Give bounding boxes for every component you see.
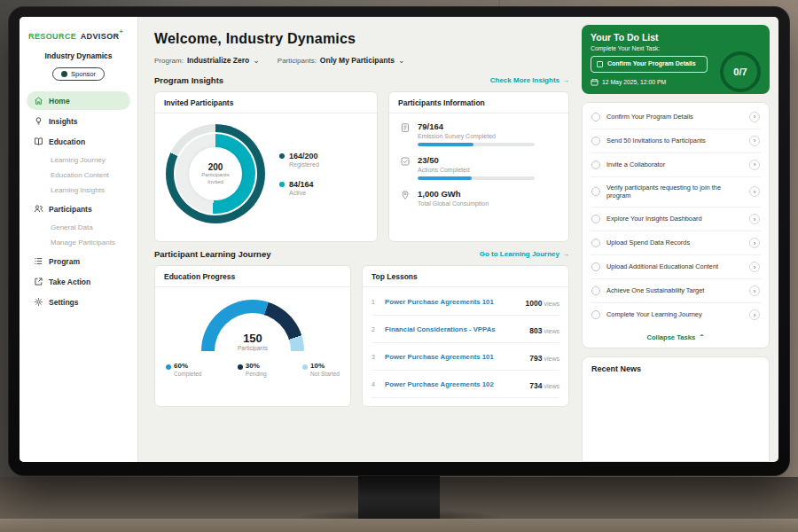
legend-item-registered: 164/200 Registered — [279, 152, 319, 168]
org-name: Industry Dynamics — [25, 51, 132, 60]
program-filter-dropdown[interactable]: Program: Industrialize Zero ⌄ — [154, 56, 260, 65]
gauge-center-label: Participants — [201, 345, 304, 351]
task-row[interactable]: Send 50 Invitations to Participants › — [591, 129, 761, 153]
task-checkbox-icon[interactable] — [591, 262, 600, 271]
education-gauge-chart: 150 Participants — [201, 300, 304, 351]
logo-text-primary: RESOURCE — [28, 32, 76, 41]
task-row[interactable]: Explore Your Insights Dashboard › — [591, 207, 761, 231]
sidebar-item-home[interactable]: Home — [27, 91, 130, 110]
chevron-right-icon[interactable]: › — [749, 214, 760, 224]
legend-label: Completed — [174, 371, 201, 377]
legend-value: 84/164 — [289, 180, 314, 189]
sidebar-item-settings[interactable]: Settings — [27, 293, 130, 311]
task-row[interactable]: Confirm Your Program Details › — [591, 106, 761, 129]
stat-label: Total Global Consumption — [418, 200, 489, 207]
go-to-learning-journey-link[interactable]: Go to Learning Journey → — [480, 250, 569, 258]
task-checkbox-icon[interactable] — [591, 310, 600, 319]
sidebar-item-general-data[interactable]: General Data — [27, 220, 130, 235]
sidebar-item-education-content[interactable]: Education Content — [27, 168, 130, 183]
link-label: Go to Learning Journey — [480, 250, 559, 258]
sponsor-badge-label: Sponsor — [71, 70, 96, 78]
sidebar-item-label: Program — [49, 257, 80, 266]
legend-item-pending: 30% Pending — [238, 362, 267, 377]
legend-dot — [166, 364, 171, 370]
donut-legend: 164/200 Registered 84/164 Active — [279, 152, 319, 196]
task-row[interactable]: Upload Spend Data Records › — [591, 231, 761, 255]
task-label: Send 50 Invitations to Participants — [606, 137, 743, 145]
lesson-title-link[interactable]: Power Purchase Agreements 101 — [385, 298, 519, 306]
task-checkbox-icon[interactable] — [591, 187, 600, 196]
main-content: Welcome, Industry Dynamics Program: Indu… — [138, 17, 582, 462]
stat-value: 1,000 GWh — [418, 189, 489, 199]
check-more-insights-link[interactable]: Check More Insights → — [490, 76, 569, 84]
chevron-right-icon[interactable]: › — [749, 309, 760, 320]
sidebar-item-participants[interactable]: Participants — [27, 200, 130, 218]
sidebar-item-take-action[interactable]: Take Action — [27, 272, 130, 291]
task-checkbox-icon[interactable] — [591, 286, 600, 295]
chevron-right-icon[interactable]: › — [749, 160, 760, 170]
lesson-views-label: views — [544, 301, 559, 307]
chevron-right-icon[interactable]: › — [749, 262, 760, 272]
recent-news-card: Recent News — [582, 356, 770, 462]
sidebar-item-manage-participants[interactable]: Manage Participants — [27, 235, 130, 250]
lesson-views: 734 — [529, 381, 542, 390]
task-row[interactable]: Invite a Collaborator › — [591, 153, 761, 177]
legend-item-active: 84/164 Active — [279, 180, 319, 196]
stat-value: 23/50 — [418, 155, 535, 165]
sidebar-item-learning-insights[interactable]: Learning Insights — [27, 183, 130, 198]
sponsor-icon — [61, 71, 67, 77]
task-label: Verify participants requesting to join t… — [606, 184, 743, 200]
task-checkbox-icon[interactable] — [591, 239, 600, 247]
task-checkbox-icon[interactable] — [591, 160, 600, 169]
collapse-label: Collapse Tasks — [646, 333, 695, 341]
sidebar-item-insights[interactable]: Insights — [27, 112, 130, 130]
lesson-row: 4 Power Purchase Agreements 102 734views — [372, 371, 559, 398]
lesson-title-link[interactable]: Power Purchase Agreements 102 — [385, 380, 522, 388]
sidebar-subitem-label: Learning Insights — [51, 186, 105, 194]
action-arrow-icon — [34, 277, 43, 286]
lesson-rank: 1 — [372, 299, 378, 305]
task-row[interactable]: Complete Your Learning Journey › — [591, 303, 761, 326]
card-title: Participants Information — [389, 92, 568, 113]
legend-item-completed: 60% Completed — [166, 362, 201, 377]
checkbox-icon[interactable] — [597, 61, 603, 67]
sponsor-badge[interactable]: Sponsor — [52, 67, 105, 81]
lesson-rank: 2 — [372, 326, 378, 332]
todo-subtitle: Complete Your Next Task: — [591, 45, 761, 51]
app-logo: RESOURCE ADVISOR+ — [20, 25, 137, 49]
sidebar-item-learning-journey[interactable]: Learning Journey — [27, 153, 130, 168]
task-checkbox-icon[interactable] — [591, 113, 600, 121]
chevron-up-icon: ⌃ — [699, 333, 704, 341]
progress-bar — [418, 143, 535, 146]
legend-value: 164/200 — [289, 152, 319, 160]
lesson-views: 793 — [529, 354, 542, 363]
chevron-right-icon[interactable]: › — [749, 286, 760, 296]
task-row[interactable]: Verify participants requesting to join t… — [591, 177, 761, 207]
task-row[interactable]: Achieve One Sustainability Target › — [591, 279, 761, 303]
chevron-right-icon[interactable]: › — [749, 136, 760, 146]
stat-actions-completed: 23/50 Actions Completed — [400, 155, 558, 180]
chevron-down-icon: ⌄ — [253, 57, 260, 65]
chevron-right-icon[interactable]: › — [749, 186, 760, 197]
lesson-title-link[interactable]: Power Purchase Agreements 101 — [385, 353, 522, 361]
task-checkbox-icon[interactable] — [591, 137, 600, 145]
progress-bar-fill — [418, 176, 472, 180]
sidebar-item-education[interactable]: Education — [27, 132, 130, 151]
participants-filter-dropdown[interactable]: Participants: Only My Participants ⌄ — [278, 56, 405, 65]
chevron-right-icon[interactable]: › — [749, 112, 760, 122]
next-task-button[interactable]: Confirm Your Program Details — [591, 56, 708, 73]
legend-dot — [279, 153, 285, 159]
list-icon — [34, 256, 43, 266]
chevron-right-icon[interactable]: › — [749, 238, 760, 248]
participants-information-card: Participants Information 79/164 Emission… — [388, 91, 569, 242]
sidebar-item-program[interactable]: Program — [27, 252, 130, 270]
collapse-tasks-button[interactable]: Collapse Tasks ⌃ — [591, 326, 761, 348]
lesson-row: 1 Power Purchase Agreements 101 1000view… — [372, 288, 559, 316]
sidebar-item-label: Take Action — [49, 278, 90, 286]
lesson-title-link[interactable]: Financial Considerations - VPPAs — [385, 325, 522, 333]
task-row[interactable]: Upload Additional Educational Content › — [591, 255, 761, 279]
lesson-rank: 4 — [372, 381, 378, 387]
task-checkbox-icon[interactable] — [591, 215, 600, 223]
arrow-right-icon: → — [562, 76, 569, 84]
sidebar-subitem-label: Manage Participants — [51, 239, 115, 246]
